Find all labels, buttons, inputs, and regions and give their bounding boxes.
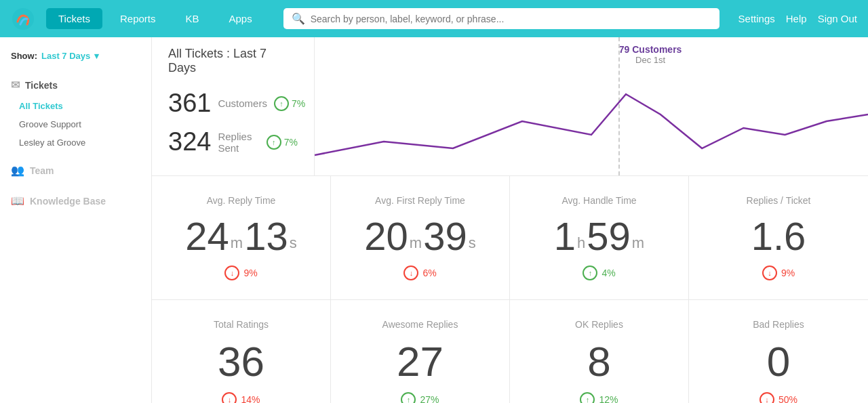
kb-section-label: Knowledge Base (30, 196, 106, 207)
metric-val2: 59 (587, 217, 631, 256)
metric-val1: 24 (185, 217, 229, 256)
rating-change: ↑ 12% (524, 392, 675, 403)
metric-change-value: 9% (781, 268, 795, 278)
chart-svg (315, 60, 868, 175)
metric-change-value: 9% (243, 268, 257, 278)
logo (11, 7, 35, 31)
rating-value: 0 (703, 341, 854, 383)
customers-label: Customers (218, 98, 267, 109)
rating-label: OK Replies (524, 319, 675, 330)
rating-cell-3: Bad Replies 0 ↓ 50% (689, 300, 868, 403)
tickets-section-header: ✉ Tickets (0, 73, 151, 97)
main-layout: Show: Last 7 Days ▾ ✉ Tickets All Ticket… (0, 37, 868, 403)
show-period: Show: Last 7 Days ▾ (0, 45, 151, 66)
customers-up-icon: ↑ (274, 96, 289, 111)
metric-label: Avg. Handle Time (524, 195, 675, 206)
metric-value: 1 h 59 m (524, 217, 675, 256)
rating-label: Awesome Replies (344, 319, 496, 330)
search-icon: 🔍 (292, 12, 305, 25)
metric-value: 24 m 13 s (165, 217, 317, 256)
customers-change: ↑ 7% (274, 96, 305, 111)
replies-change: ↑ 7% (267, 135, 298, 150)
metric-change: ↓ 9% (703, 266, 854, 280)
metric-change: ↓ 6% (344, 266, 496, 280)
search-bar: 🔍 (283, 8, 719, 29)
signout-button[interactable]: Sign Out (818, 13, 857, 24)
tickets-section: ✉ Tickets All Tickets Groove Support Les… (0, 73, 151, 152)
metric-value: 20 m 39 s (344, 217, 496, 256)
sidebar: Show: Last 7 Days ▾ ✉ Tickets All Ticket… (0, 37, 152, 403)
rating-change-value: 14% (241, 394, 260, 403)
kb-icon: 📖 (11, 194, 24, 207)
metric-unit2: m (632, 236, 644, 251)
rating-change: ↓ 14% (165, 392, 317, 403)
rating-arrow-icon: ↓ (760, 392, 774, 403)
stats-title: All Tickets : Last 7 Days (168, 47, 298, 75)
metric-unit2: s (290, 236, 297, 251)
kb-section: 📖 Knowledge Base (0, 189, 151, 213)
rating-change-value: 27% (420, 394, 439, 403)
dropdown-arrow-icon[interactable]: ▾ (94, 51, 99, 61)
metric-arrow-icon: ↑ (583, 266, 597, 280)
rating-change: ↓ 50% (703, 392, 854, 403)
tickets-nav-button[interactable]: Tickets (46, 8, 102, 29)
period-button[interactable]: Last 7 Days (41, 51, 90, 61)
metric-arrow-icon: ↓ (762, 266, 777, 280)
customers-change-value: 7% (292, 98, 305, 109)
metric-value: 1.6 (703, 217, 854, 256)
rating-label: Total Ratings (165, 319, 317, 330)
metric-val1: 1 (554, 217, 576, 256)
rating-change-value: 50% (778, 394, 797, 403)
tickets-section-label: Tickets (25, 80, 58, 91)
rating-cell-0: Total Ratings 36 ↓ 14% (152, 300, 331, 403)
metric-unit1: m (410, 236, 422, 251)
kb-section-header: 📖 Knowledge Base (0, 189, 151, 213)
rating-cell-2: OK Replies 8 ↑ 12% (510, 300, 689, 403)
chart-area: 79 Customers Dec 1st (315, 37, 868, 175)
metric-label: Avg. Reply Time (165, 195, 317, 206)
sidebar-item-all-tickets[interactable]: All Tickets (0, 97, 151, 115)
sidebar-item-groove-support[interactable]: Groove Support (0, 115, 151, 133)
rating-change: ↑ 27% (344, 392, 496, 403)
metric-change: ↓ 9% (165, 266, 317, 280)
kb-nav-button[interactable]: KB (173, 8, 211, 29)
help-button[interactable]: Help (786, 13, 807, 24)
rating-arrow-icon: ↑ (401, 392, 416, 403)
stats-left-panel: All Tickets : Last 7 Days 361 Customers … (152, 37, 315, 175)
metric-cell-2: Avg. Handle Time 1 h 59 m ↑ 4% (510, 176, 689, 299)
rating-value: 36 (165, 341, 317, 383)
metric-arrow-icon: ↓ (224, 266, 239, 280)
rating-arrow-icon: ↑ (580, 392, 595, 403)
ratings-grid: Total Ratings 36 ↓ 14% Awesome Replies 2… (152, 300, 868, 403)
rating-value: 8 (524, 341, 675, 383)
metric-label: Avg. First Reply Time (344, 195, 496, 206)
customers-count: 361 (168, 89, 211, 118)
metric-val2: 13 (244, 217, 288, 256)
metric-val2: 39 (423, 217, 467, 256)
show-label: Show: (11, 51, 37, 61)
replies-up-icon: ↑ (267, 135, 281, 150)
settings-button[interactable]: Settings (738, 13, 775, 24)
metric-change: ↑ 4% (524, 266, 675, 280)
metric-change-value: 6% (422, 268, 436, 278)
apps-nav-button[interactable]: Apps (217, 8, 264, 29)
rating-cell-1: Awesome Replies 27 ↑ 27% (331, 300, 510, 403)
rating-change-value: 12% (599, 394, 618, 403)
nav-right-actions: Settings Help Sign Out (738, 13, 857, 24)
metric-cell-1: Avg. First Reply Time 20 m 39 s ↓ 6% (331, 176, 510, 299)
replies-label: Replies Sent (218, 131, 259, 154)
replies-change-value: 7% (284, 137, 298, 148)
team-icon: 👥 (11, 164, 24, 177)
sidebar-item-lesley[interactable]: Lesley at Groove (0, 133, 151, 152)
replies-stat-row: 324 Replies Sent ↑ 7% (168, 127, 298, 156)
team-section: 👥 Team (0, 158, 151, 182)
rating-value: 27 (344, 341, 496, 383)
metric-cell-0: Avg. Reply Time 24 m 13 s ↓ 9% (152, 176, 331, 299)
metrics-grid: Avg. Reply Time 24 m 13 s ↓ 9% Avg. Firs… (152, 176, 868, 300)
reports-nav-button[interactable]: Reports (108, 8, 168, 29)
metric-unit1: m (231, 236, 243, 251)
metric-unit1: h (577, 236, 585, 251)
metric-label: Replies / Ticket (703, 195, 854, 206)
metric-val1: 20 (364, 217, 408, 256)
search-input[interactable] (311, 14, 711, 24)
